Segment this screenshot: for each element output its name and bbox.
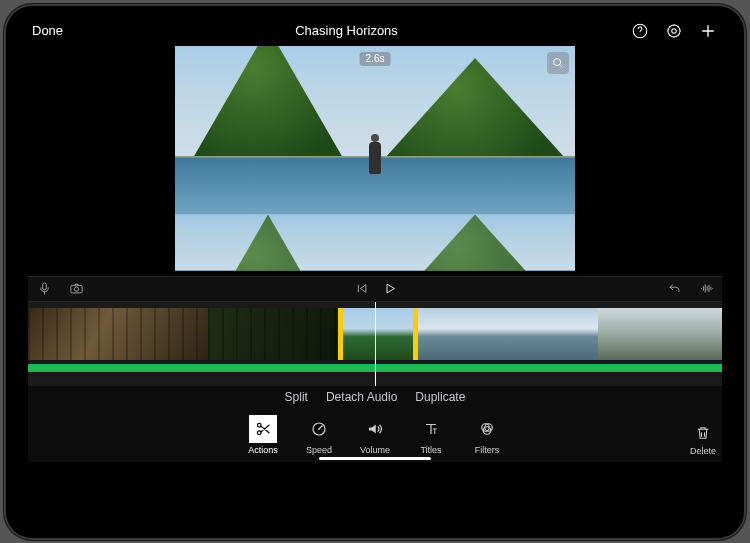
zoom-preview-icon[interactable]: [547, 52, 569, 74]
svg-point-2: [668, 25, 680, 37]
split-button[interactable]: Split: [285, 390, 308, 404]
voiceover-mic-icon[interactable]: [34, 279, 54, 299]
speedometer-icon: [305, 415, 333, 443]
svg-point-7: [74, 287, 78, 291]
video-preview[interactable]: 2.6s: [175, 46, 575, 271]
camera-icon[interactable]: [66, 279, 86, 299]
inspector-speed-button[interactable]: Speed: [295, 415, 343, 455]
add-media-icon[interactable]: [698, 21, 718, 41]
inspector-label: Delete: [690, 446, 716, 456]
preview-area: 2.6s: [28, 46, 722, 276]
undo-icon[interactable]: [664, 279, 684, 299]
clip-action-row: Split Detach Audio Duplicate: [28, 386, 722, 408]
inspector-label: Speed: [306, 445, 332, 455]
settings-gear-icon[interactable]: [664, 21, 684, 41]
trim-handle-left-icon[interactable]: ▶|: [338, 327, 339, 341]
scissors-icon: [249, 415, 277, 443]
detach-audio-button[interactable]: Detach Audio: [326, 390, 397, 404]
inspector-label: Actions: [248, 445, 278, 455]
trash-icon: [694, 424, 712, 444]
timeline-toolbar: [28, 276, 722, 302]
svg-rect-5: [42, 283, 46, 290]
inspector-label: Titles: [420, 445, 441, 455]
svg-point-3: [672, 28, 677, 33]
timeline-clip[interactable]: [208, 308, 338, 360]
inspector-actions-button[interactable]: Actions: [239, 415, 287, 455]
svg-point-1: [640, 34, 641, 35]
timeline-clip[interactable]: [418, 308, 598, 360]
timeline[interactable]: ▶| |: [28, 302, 722, 386]
volume-icon: [361, 415, 389, 443]
rewind-to-start-icon[interactable]: [351, 279, 371, 299]
inspector-label: Volume: [360, 445, 390, 455]
help-icon[interactable]: [630, 21, 650, 41]
inspector-bar: Actions Speed Volume Titles Filters: [28, 408, 722, 462]
timeline-clip-selected[interactable]: ▶| |: [338, 308, 418, 360]
trim-handle-right-icon[interactable]: |: [417, 327, 418, 341]
play-icon[interactable]: [379, 279, 399, 299]
audio-track[interactable]: [28, 364, 722, 372]
top-bar: Done Chasing Horizons: [28, 18, 722, 44]
home-indicator: [319, 457, 431, 460]
project-title: Chasing Horizons: [63, 23, 630, 38]
done-button[interactable]: Done: [32, 23, 63, 38]
inspector-filters-button[interactable]: Filters: [463, 415, 511, 455]
inspector-titles-button[interactable]: Titles: [407, 415, 455, 455]
inspector-volume-button[interactable]: Volume: [351, 415, 399, 455]
inspector-label: Filters: [475, 445, 500, 455]
svg-point-11: [318, 428, 320, 430]
titles-t-icon: [417, 415, 445, 443]
ipad-frame: Done Chasing Horizons: [4, 4, 746, 540]
delete-clip-button[interactable]: Delete: [690, 424, 716, 456]
duplicate-button[interactable]: Duplicate: [415, 390, 465, 404]
filters-circles-icon: [473, 415, 501, 443]
audio-waveform-icon[interactable]: [696, 279, 716, 299]
timeline-clip[interactable]: [28, 308, 208, 360]
timeline-clip[interactable]: [598, 308, 722, 360]
